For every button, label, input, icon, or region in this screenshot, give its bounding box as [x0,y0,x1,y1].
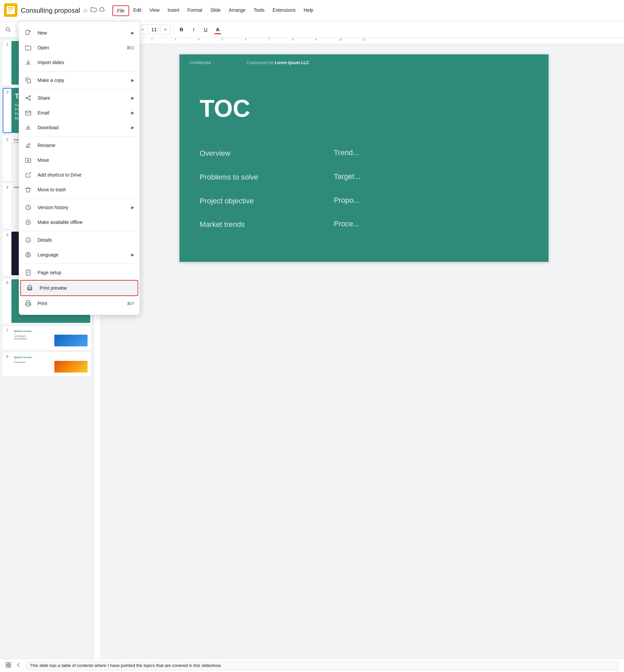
menu-extensions[interactable]: Extensions [269,5,300,16]
open-label: Open [37,45,124,50]
share-label: Share [37,95,129,101]
slide-customized-text: Customized for Lorem Ipsum LLC [246,60,309,65]
svg-rect-35 [6,663,8,665]
bold-btn[interactable]: B [176,24,187,35]
collapse-panel-icon[interactable] [16,662,22,669]
ruler-mark-9: 9 [315,38,317,41]
search-btn[interactable] [3,24,14,35]
menu-section-4: Rename Move Add shortcut to Drive [19,136,139,198]
print-icon [24,299,32,307]
print-preview-label: Print preview [40,285,132,291]
slide-thumb-7[interactable]: 7 Market trends 01 Lorem ipsum Key Indic… [3,326,91,350]
svg-rect-13 [26,30,29,34]
slide-area: 1 2 3 4 5 6 7 8 9 10 11 12 13 14 Confide… [94,38,624,658]
download-label: Download [37,125,129,130]
menu-section-2: Make a copy ▶ [19,71,139,89]
ruler-mark-6: 6 [245,38,246,41]
slide-num-8: 8 [3,353,11,375]
menu-item-page-setup[interactable]: Page setup [19,265,139,280]
menu-help[interactable]: Help [300,5,317,16]
menu-item-move[interactable]: Move [19,153,139,168]
copy-icon [24,76,32,84]
menu-item-print[interactable]: Print ⌘P [19,296,139,311]
menu-item-new[interactable]: New ▶ [19,26,139,40]
version-history-label: Version history [37,205,129,210]
top-bar: Consulting proposal ☆ File Edit View Ins… [0,0,624,22]
company-name: Lorem Ipsum LLC [275,60,309,65]
toc-item-proce: Proce... [334,220,435,230]
menu-item-rename[interactable]: Rename [19,138,139,153]
italic-btn[interactable]: I [188,24,199,35]
menu-item-offline[interactable]: Make available offline [19,215,139,230]
menu-section-7: Page setup Print preview [19,264,139,312]
menu-tools[interactable]: Tools [250,5,269,16]
version-history-icon [24,203,32,211]
slide-num-3: 3 [3,136,11,180]
toc-item-market: Market trends [200,220,307,230]
cloud-icon[interactable] [99,6,106,15]
menu-item-print-preview[interactable]: Print preview [20,280,138,296]
menu-item-details[interactable]: Details [19,232,139,247]
font-size-input[interactable]: 11 [147,26,161,33]
menu-bar: File Edit View Insert Format Slide Arran… [112,5,317,16]
slide-num-5: 5 [3,232,11,275]
trash-label: Move to trash [37,187,134,192]
svg-line-6 [9,30,10,32]
svg-rect-3 [8,9,14,10]
shortcut-label: Add shortcut to Drive [37,172,134,178]
menu-item-import[interactable]: Import slides [19,55,139,70]
menu-file[interactable]: File [112,5,130,16]
menu-item-email[interactable]: Email ▶ [19,105,139,120]
menu-edit[interactable]: Edit [129,5,145,16]
menu-slide[interactable]: Slide [206,5,225,16]
menu-insert[interactable]: Insert [164,5,183,16]
menu-view[interactable]: View [145,5,163,16]
menu-format[interactable]: Format [183,5,206,16]
font-size-increase[interactable]: + [161,25,170,34]
toc-item-propo: Propo... [334,196,435,206]
slide-preview-7: Market trends 01 Lorem ipsum Key Indicat… [11,327,90,349]
print-shortcut: ⌘P [127,301,134,306]
underline-btn[interactable]: U [200,24,211,35]
menu-item-version-history[interactable]: Version history ▶ [19,200,139,215]
toc-item-trend: Trend... [334,148,435,159]
menu-arrange[interactable]: Arrange [225,5,250,16]
svg-rect-2 [8,7,14,8]
new-label: New [37,30,129,35]
menu-item-trash[interactable]: Move to trash [19,182,139,197]
ruler-mark-4: 4 [198,38,200,41]
title-icons: ☆ [83,6,106,15]
speaker-notes[interactable]: This slide has a table of contents where… [26,661,619,670]
language-icon [24,251,32,259]
grid-view-icon[interactable] [5,662,11,669]
menu-item-language[interactable]: Language ▶ [19,247,139,262]
menu-item-download[interactable]: Download ▶ [19,120,139,135]
svg-rect-37 [6,665,8,667]
ruler-mark-8: 8 [292,38,293,41]
import-label: Import slides [37,60,134,65]
rename-icon [24,141,32,149]
star-icon[interactable]: ☆ [83,7,88,15]
svg-point-15 [29,96,30,97]
ruler-mark-5: 5 [222,38,223,41]
move-icon [24,156,32,164]
bottom-bar: This slide has a table of contents where… [0,658,624,672]
offline-label: Make available offline [37,220,134,225]
svg-rect-32 [26,301,30,303]
menu-item-copy[interactable]: Make a copy ▶ [19,73,139,88]
slide-toc-items-container: Overview Trend... Problems to solve Targ… [200,148,435,230]
download-icon [24,124,32,131]
slide-thumb-8[interactable]: 8 Market trends 02 Lorem ipsum [3,352,91,376]
menu-item-share[interactable]: Share ▶ [19,91,139,105]
slide-canvas: Confidential Customized for Lorem Ipsum … [180,54,548,262]
text-color-btn[interactable]: A [212,24,223,35]
menu-item-open[interactable]: Open ⌘O [19,40,139,55]
menu-item-add-shortcut[interactable]: Add shortcut to Drive [19,168,139,182]
folder-icon[interactable] [90,6,97,15]
offline-icon [24,218,32,226]
menu-section-5: Version history ▶ Make available offline [19,198,139,231]
email-icon [24,109,32,117]
slide-num-4: 4 [3,184,11,228]
svg-rect-33 [26,304,30,306]
svg-point-17 [26,97,27,99]
